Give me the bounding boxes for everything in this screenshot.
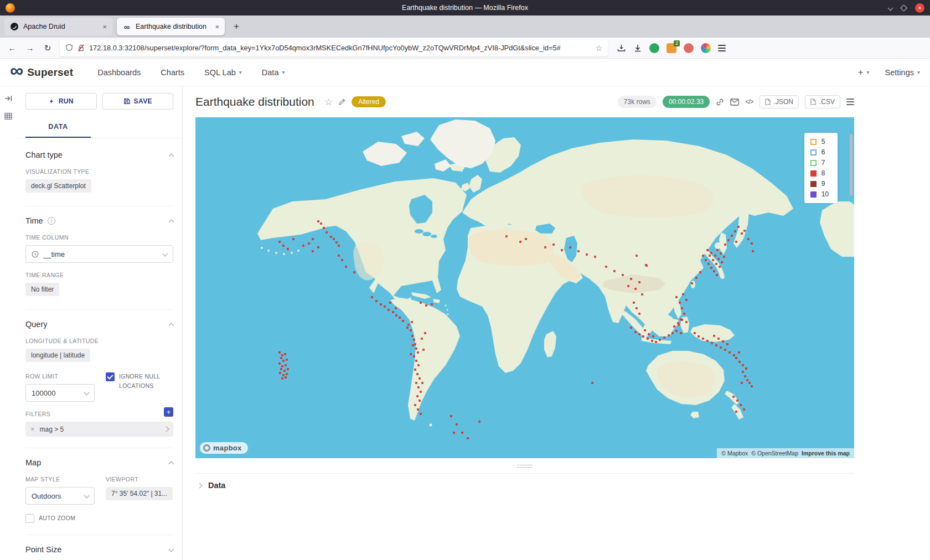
earthquake-point[interactable]: [417, 386, 420, 388]
tab-close-icon[interactable]: ×: [102, 23, 107, 31]
earthquake-point[interactable]: [713, 270, 715, 272]
earthquake-point[interactable]: [414, 369, 416, 371]
earthquake-point[interactable]: [691, 282, 693, 284]
earthquake-point[interactable]: [431, 303, 433, 305]
viewport-chip[interactable]: 7° 35' 54.02" | 31...: [106, 487, 173, 500]
earthquake-point[interactable]: [717, 258, 720, 260]
earthquake-point[interactable]: [702, 338, 704, 340]
add-filter-button[interactable]: +: [164, 407, 173, 417]
earthquake-point[interactable]: [745, 367, 747, 370]
earthquake-point[interactable]: [707, 263, 710, 265]
earthquake-point[interactable]: [278, 351, 281, 354]
section-header[interactable]: Map: [25, 458, 173, 467]
earthquake-point[interactable]: [633, 302, 635, 304]
earthquake-point[interactable]: [320, 222, 322, 225]
extension-green-icon[interactable]: [649, 43, 659, 53]
earthquake-point[interactable]: [411, 335, 414, 337]
earthquake-point[interactable]: [467, 437, 469, 439]
earthquake-point[interactable]: [638, 281, 640, 283]
earthquake-point[interactable]: [450, 415, 452, 417]
extension-orange-icon[interactable]: 2: [666, 43, 676, 53]
legend-item[interactable]: 7: [810, 159, 829, 167]
earthquake-point[interactable]: [694, 332, 696, 334]
earthquake-point[interactable]: [278, 362, 281, 365]
earthquake-point[interactable]: [341, 259, 343, 261]
earthquake-point[interactable]: [699, 271, 701, 273]
earthquake-point[interactable]: [655, 341, 657, 343]
earthquake-point[interactable]: [743, 408, 745, 411]
earthquake-point[interactable]: [735, 357, 737, 359]
earthquake-point[interactable]: [738, 361, 741, 363]
earthquake-point[interactable]: [425, 304, 427, 307]
nav-item-dashboards[interactable]: Dashboards: [97, 68, 141, 77]
earthquake-point[interactable]: [282, 360, 285, 362]
earthquake-point[interactable]: [586, 253, 588, 256]
earthquake-point[interactable]: [705, 259, 707, 261]
chart-menu-icon[interactable]: [846, 98, 854, 105]
earthquake-point[interactable]: [695, 277, 698, 279]
altered-badge[interactable]: Altered: [352, 96, 386, 107]
earthquake-point[interactable]: [706, 340, 709, 342]
window-minimize-icon[interactable]: [888, 5, 893, 11]
earthquake-point[interactable]: [421, 338, 423, 340]
panel-resizer[interactable]: [180, 86, 184, 560]
earthquake-point[interactable]: [682, 293, 684, 295]
earthquake-point[interactable]: [671, 332, 674, 334]
earthquake-point[interactable]: [638, 333, 640, 335]
section-header[interactable]: Chart type: [25, 151, 173, 159]
export-csv-button[interactable]: .CSV: [805, 95, 840, 108]
earthquake-point[interactable]: [278, 241, 281, 243]
extension-red-icon[interactable]: [684, 43, 694, 53]
earthquake-point[interactable]: [308, 242, 310, 245]
edit-title-icon[interactable]: [338, 98, 346, 106]
attribution-mapbox-link[interactable]: © Mapbox: [721, 450, 748, 457]
earthquake-point[interactable]: [326, 231, 328, 234]
legend-item[interactable]: 5: [810, 138, 829, 146]
earthquake-point[interactable]: [569, 246, 571, 248]
earthquake-point[interactable]: [741, 232, 743, 235]
ignore-null-checkbox[interactable]: [106, 372, 115, 381]
earthquake-point[interactable]: [737, 226, 740, 228]
earthquake-point[interactable]: [613, 270, 616, 272]
earthquake-point[interactable]: [712, 259, 714, 261]
earthquake-point[interactable]: [744, 375, 746, 377]
earthquake-point[interactable]: [645, 264, 647, 266]
earthquake-point[interactable]: [683, 313, 685, 315]
earthquake-point[interactable]: [519, 241, 521, 243]
earthquake-point[interactable]: [698, 335, 700, 338]
earthquake-point[interactable]: [735, 411, 737, 413]
earthquake-point[interactable]: [416, 373, 418, 375]
tab-data[interactable]: DATA: [25, 117, 91, 138]
earthquake-point[interactable]: [726, 343, 728, 345]
earthquake-point[interactable]: [742, 364, 744, 366]
earthquake-point[interactable]: [732, 396, 735, 398]
earthquake-point[interactable]: [561, 249, 563, 251]
earthquake-point[interactable]: [731, 235, 733, 237]
filter-chip[interactable]: × mag > 5: [25, 422, 173, 437]
earthquake-point[interactable]: [668, 334, 670, 336]
earthquake-point[interactable]: [410, 329, 412, 331]
earthquake-point[interactable]: [644, 329, 646, 331]
url-bar[interactable]: 172.18.0.3:32108/superset/explore/?form_…: [60, 40, 608, 56]
earthquake-point[interactable]: [675, 296, 678, 298]
earthquake-point[interactable]: [283, 370, 286, 372]
earthquake-point[interactable]: [681, 307, 683, 309]
earthquake-point[interactable]: [743, 230, 746, 232]
earthquake-point[interactable]: [735, 241, 737, 243]
earthquake-point[interactable]: [418, 400, 421, 402]
earthquake-point[interactable]: [746, 379, 748, 381]
earthquake-point[interactable]: [420, 391, 422, 393]
earthquake-point[interactable]: [525, 238, 527, 240]
earthquake-point[interactable]: [281, 365, 283, 367]
save-page-icon[interactable]: [617, 44, 626, 53]
bookmark-star-icon[interactable]: ☆: [595, 44, 602, 53]
remove-filter-icon[interactable]: ×: [30, 425, 35, 433]
earthquake-point[interactable]: [636, 307, 638, 309]
earthquake-point[interactable]: [622, 274, 624, 276]
earthquake-point[interactable]: [415, 360, 417, 362]
earthquake-point[interactable]: [424, 332, 426, 334]
earthquake-point[interactable]: [685, 299, 688, 301]
earthquake-point[interactable]: [733, 354, 735, 356]
earthquake-point[interactable]: [317, 246, 319, 248]
earthquake-point[interactable]: [605, 266, 607, 268]
